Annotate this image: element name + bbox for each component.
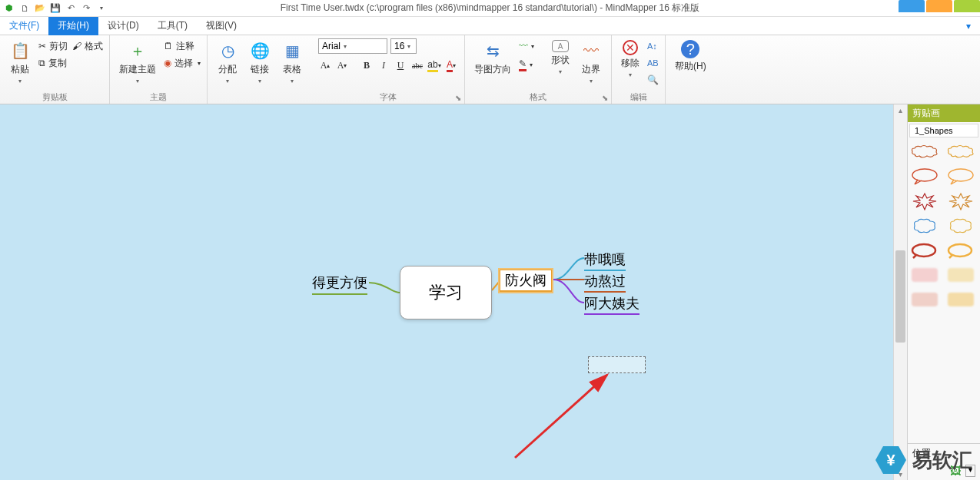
tab-tools[interactable]: 工具(T) <box>148 17 197 35</box>
scrollbar-thumb[interactable] <box>895 250 905 343</box>
tab-home[interactable]: 开始(H) <box>48 17 98 35</box>
clock-icon: ◷ <box>217 40 238 61</box>
shape-cloud-1[interactable] <box>909 142 940 162</box>
shape-thought-2[interactable] <box>945 216 976 236</box>
svg-line-0 <box>515 375 607 458</box>
shape-smudge-3[interactable] <box>909 290 940 310</box>
help-button[interactable]: ?帮助(H) <box>672 38 709 74</box>
shape-smudge-2[interactable] <box>945 265 976 285</box>
shape-speech-1[interactable] <box>909 167 940 187</box>
table-button[interactable]: ▦表格▾ <box>278 38 306 86</box>
shape-smudge-4[interactable] <box>945 290 976 310</box>
replace-button[interactable]: AB <box>647 55 659 71</box>
tab-view[interactable]: 视图(V) <box>197 17 246 35</box>
shape-speech-2[interactable] <box>945 167 976 187</box>
shape-smudge-1[interactable] <box>909 265 940 285</box>
direction-button[interactable]: ⇆导图方向 <box>471 38 514 78</box>
line-color-button[interactable]: ✎▾ <box>519 57 534 72</box>
link-button[interactable]: 🌐链接▾ <box>246 38 274 86</box>
shape-ring-1[interactable] <box>909 240 940 260</box>
qat-new-icon[interactable]: 🗋 <box>18 2 31 15</box>
italic-button[interactable]: I <box>377 58 390 72</box>
group-label-font: 字体⬊ <box>318 91 458 102</box>
node-child-1[interactable]: 带哦嘎 <box>584 250 626 271</box>
dialog-launcher-icon[interactable]: ⬊ <box>455 94 461 102</box>
node-center[interactable]: 学习 <box>400 266 492 319</box>
border-button[interactable]: 〰边界▾ <box>577 38 605 86</box>
window-button-1[interactable] <box>899 0 925 12</box>
shape-cloud-2[interactable] <box>945 142 976 162</box>
workspace: 得更方便 学习 防火阀 带哦嘎 动熬过 阿大姨夫 ▴ ▾ 剪贴画 1_Shape… <box>0 104 980 480</box>
group-label-topic: 主题 <box>116 91 201 102</box>
group-edit: ✕移除▾ A↕ AB 🔍 编辑 <box>612 35 666 104</box>
window-button-3[interactable] <box>954 0 980 12</box>
cut-button[interactable]: ✂剪切 <box>38 38 68 54</box>
ribbon-collapse-icon[interactable]: ▾ <box>966 21 971 31</box>
highlight-button[interactable]: ab▾ <box>427 58 441 72</box>
sort-button[interactable]: A↕ <box>647 38 659 54</box>
group-format: ⇆导图方向 〰▾ ✎▾ A形状▾ 〰边界▾ 格式⬊ <box>465 35 612 104</box>
vertical-scrollbar[interactable]: ▴ ▾ <box>893 104 907 480</box>
font-color-button[interactable]: A▾ <box>444 58 458 72</box>
remove-button[interactable]: ✕移除▾ <box>618 38 643 80</box>
group-help: ?帮助(H) <box>666 35 716 104</box>
copy-button[interactable]: ⧉复制 <box>38 55 68 71</box>
note-button[interactable]: 🗒注释 <box>164 38 201 54</box>
node-child-2[interactable]: 动熬过 <box>584 272 626 293</box>
shapes-grid <box>908 139 980 443</box>
font-name-select[interactable]: Arial▾ <box>318 38 387 54</box>
clipart-panel: 剪贴画 1_Shapes 位置 🖼 ▾ <box>907 104 980 480</box>
mindmap-canvas[interactable]: 得更方便 学习 防火阀 带哦嘎 动熬过 阿大姨夫 <box>0 104 893 480</box>
svg-point-1 <box>912 169 937 181</box>
font-shrink-button[interactable]: A▾ <box>335 58 349 72</box>
shape-ring-2[interactable] <box>945 240 976 260</box>
window-buttons <box>899 0 980 12</box>
quick-access-toolbar: ⬢ 🗋 📂 💾 ↶ ↷ ▾ <box>3 2 108 15</box>
strike-button[interactable]: abc <box>410 58 424 72</box>
paste-button[interactable]: 📋 粘贴 ▾ <box>6 38 34 86</box>
window-button-2[interactable] <box>926 0 952 12</box>
assign-button[interactable]: ◷分配▾ <box>214 38 241 86</box>
tab-design[interactable]: 设计(D) <box>98 17 148 35</box>
border-icon: 〰 <box>580 40 602 61</box>
line-icon: 〰 <box>519 41 528 51</box>
group-label-format: 格式⬊ <box>471 91 605 102</box>
find-button[interactable]: 🔍 <box>647 72 659 88</box>
select-button[interactable]: ◉选择▾ <box>164 55 201 71</box>
font-grow-button[interactable]: A▴ <box>318 58 332 72</box>
node-child-3[interactable]: 阿大姨夫 <box>584 294 639 315</box>
qat-save-icon[interactable]: 💾 <box>49 2 61 15</box>
node-selected[interactable]: 防火阀 <box>500 270 552 292</box>
qat-dropdown-icon[interactable]: ▾ <box>95 2 108 15</box>
qat-undo-icon[interactable]: ↶ <box>65 2 77 15</box>
sort-icon: A↕ <box>647 41 657 51</box>
new-topic-button[interactable]: ＋ 新建主题 ▾ <box>116 38 159 86</box>
watermark-logo-icon: ¥ <box>875 445 906 475</box>
scissors-icon: ✂ <box>38 41 46 51</box>
shape-button[interactable]: A形状▾ <box>548 38 573 77</box>
underline-button[interactable]: U <box>394 58 407 72</box>
ribbon-tabs: 文件(F) 开始(H) 设计(D) 工具(T) 视图(V) ▾ <box>0 17 980 35</box>
qat-open-icon[interactable]: 📂 <box>34 2 46 15</box>
shape-thought-1[interactable] <box>909 216 940 236</box>
format-painter-button[interactable]: 🖌格式 <box>72 38 103 54</box>
paste-label: 粘贴 <box>11 63 29 76</box>
group-label-clipboard: 剪贴板 <box>6 91 103 102</box>
line-style-button[interactable]: 〰▾ <box>519 38 534 54</box>
panel-category[interactable]: 1_Shapes <box>909 124 978 137</box>
shape-burst-2[interactable] <box>945 191 976 211</box>
tab-file[interactable]: 文件(F) <box>0 17 48 35</box>
title-bar: ⬢ 🗋 📂 💾 ↶ ↷ ▾ First Time User.twdx (c:\p… <box>0 0 980 17</box>
pen-icon: ✎ <box>519 58 527 71</box>
dialog-launcher-icon[interactable]: ⬊ <box>602 94 608 102</box>
bold-button[interactable]: B <box>360 58 374 72</box>
scroll-up-icon[interactable]: ▴ <box>894 106 907 114</box>
font-size-select[interactable]: 16▾ <box>390 38 417 54</box>
node-left[interactable]: 得更方便 <box>312 273 367 295</box>
shape-burst-1[interactable] <box>909 191 940 211</box>
qat-redo-icon[interactable]: ↷ <box>80 2 92 15</box>
copy-icon: ⧉ <box>38 58 45 68</box>
window-title: First Time User.twdx (c:\program files (… <box>0 2 980 15</box>
qat-icon-1[interactable]: ⬢ <box>3 2 15 15</box>
group-clipboard: 📋 粘贴 ▾ ✂剪切 ⧉复制 🖌格式 剪贴板 <box>0 35 110 104</box>
